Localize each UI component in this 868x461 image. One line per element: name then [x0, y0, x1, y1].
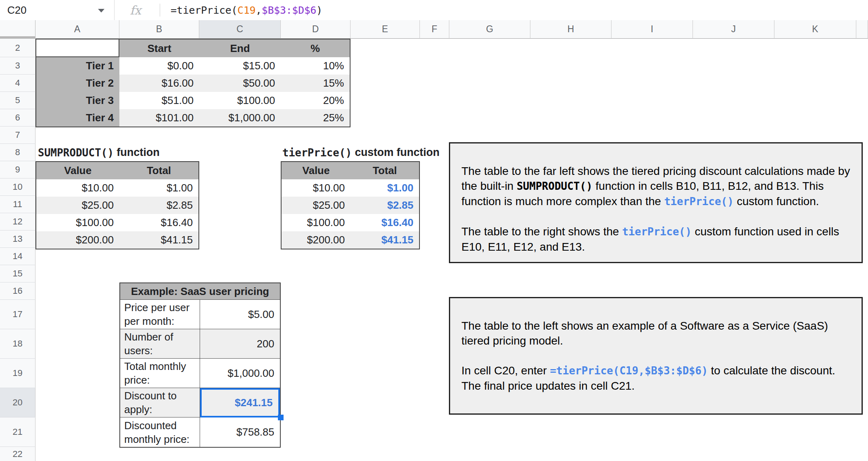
row-header-17[interactable]: 17 — [0, 300, 35, 329]
value-cell[interactable]: $200.00 — [36, 231, 119, 249]
tier-pct[interactable]: 20% — [281, 92, 350, 109]
tier-end[interactable]: $100.00 — [199, 92, 281, 109]
value-cell[interactable]: $25.00 — [282, 197, 351, 214]
row-header-16[interactable]: 16 — [0, 282, 35, 300]
row-header-14[interactable]: 14 — [0, 248, 35, 265]
row-header-20[interactable]: 20 — [0, 388, 35, 417]
column-header-partial[interactable] — [856, 20, 868, 39]
column-header-i[interactable]: I — [611, 20, 693, 39]
row-header-21[interactable]: 21 — [0, 417, 35, 447]
sumproduct-row: $100.00 $16.40 — [36, 214, 198, 231]
value-cell[interactable]: $10.00 — [282, 179, 351, 197]
cell-b2[interactable]: Start — [119, 39, 199, 57]
row-header-2[interactable]: 2 — [0, 39, 35, 57]
name-box[interactable]: C20 — [0, 0, 114, 20]
selected-cell-c20[interactable]: $241.15 — [200, 388, 280, 417]
row-header-6[interactable]: 6 — [0, 109, 35, 127]
cell-c2[interactable]: End — [199, 39, 281, 57]
select-all-corner[interactable] — [0, 20, 36, 36]
tier-end[interactable]: $15.00 — [199, 57, 281, 75]
saas-title[interactable]: Example: SaaS user pricing — [120, 283, 280, 300]
label-cell[interactable]: Price per user per month: — [120, 300, 200, 329]
row-header-18[interactable]: 18 — [0, 329, 35, 359]
tier-pct[interactable]: 10% — [281, 57, 350, 75]
total-cell[interactable]: $1.00 — [119, 179, 198, 197]
row-header-22[interactable]: 22 — [0, 447, 35, 461]
header-total[interactable]: Total — [119, 162, 198, 179]
total-cell[interactable]: $16.40 — [351, 214, 419, 231]
total-cell[interactable]: $41.15 — [351, 231, 419, 249]
tier-end[interactable]: $50.00 — [199, 75, 281, 92]
tier-label[interactable]: Tier 4 — [36, 109, 119, 127]
tierprice-header-row: Value Total — [282, 162, 419, 179]
tier-end[interactable]: $1,000.00 — [199, 109, 281, 127]
row-header-8[interactable]: 8 — [0, 144, 35, 161]
row-header-5[interactable]: 5 — [0, 92, 35, 109]
total-cell[interactable]: $2.85 — [119, 197, 198, 214]
label-cell[interactable]: Discounted monthly price: — [120, 417, 200, 447]
tier-start[interactable]: $51.00 — [119, 92, 199, 109]
total-cell[interactable]: $41.15 — [119, 231, 198, 249]
note-paragraph: The table to the far left shows the tier… — [461, 164, 850, 209]
row-header-11[interactable]: 11 — [0, 196, 35, 213]
total-cell[interactable]: $2.85 — [351, 197, 419, 214]
value-cell[interactable]: $100.00 — [36, 214, 119, 231]
column-header-b[interactable]: B — [119, 20, 199, 39]
column-header-g[interactable]: G — [449, 20, 530, 39]
value-cell[interactable]: $1,000.00 — [200, 359, 280, 388]
tier-start[interactable]: $0.00 — [119, 57, 199, 75]
row-header-4[interactable]: 4 — [0, 75, 35, 92]
row-header-3[interactable]: 3 — [0, 57, 35, 75]
note-paragraph: In cell C20, enter =tierPrice(C19,$B$3:$… — [461, 363, 850, 393]
tier-pct[interactable]: 15% — [281, 75, 350, 92]
value-cell[interactable]: $100.00 — [282, 214, 351, 231]
column-header-k[interactable]: K — [774, 20, 856, 39]
column-header-a[interactable]: A — [35, 20, 119, 39]
value-cell[interactable]: $758.85 — [200, 417, 280, 447]
tierprice-row: $200.00 $41.15 — [282, 231, 419, 249]
column-header-e[interactable]: E — [351, 20, 420, 39]
row-header-7[interactable]: 7 — [0, 127, 35, 144]
column-header-j[interactable]: J — [693, 20, 774, 39]
note-box-sumproduct[interactable]: The table to the far left shows the tier… — [449, 142, 863, 263]
note-box-saas[interactable]: The table to the left shows an example o… — [449, 297, 863, 415]
header-total[interactable]: Total — [351, 162, 419, 179]
header-value[interactable]: Value — [36, 162, 119, 179]
column-header-h[interactable]: H — [530, 20, 611, 39]
value-cell[interactable]: $10.00 — [36, 179, 119, 197]
tier-label[interactable]: Tier 3 — [36, 92, 119, 109]
header-value[interactable]: Value — [282, 162, 351, 179]
row-header-12[interactable]: 12 — [0, 213, 35, 230]
label-cell[interactable]: Number of users: — [120, 329, 200, 359]
spreadsheet-app: C20 fx =tierPrice(C19,$B$3:$D$6) A B C D… — [0, 0, 868, 461]
column-header-f[interactable]: F — [420, 20, 449, 39]
cell-a2[interactable] — [36, 39, 119, 57]
value-cell[interactable]: $25.00 — [36, 197, 119, 214]
chevron-down-icon[interactable] — [98, 9, 104, 12]
value-cell[interactable]: $200.00 — [282, 231, 351, 249]
fill-handle[interactable] — [278, 415, 284, 420]
tier-pct[interactable]: 25% — [281, 109, 350, 127]
tier-label[interactable]: Tier 2 — [36, 75, 119, 92]
row-header-19[interactable]: 19 — [0, 359, 35, 388]
cell-d2[interactable]: % — [281, 39, 350, 57]
row-header-9[interactable]: 9 — [0, 161, 35, 179]
saas-table: Example: SaaS user pricing Price per use… — [119, 282, 281, 448]
total-cell[interactable]: $16.40 — [119, 214, 198, 231]
column-header-d[interactable]: D — [281, 20, 351, 39]
value-cell[interactable]: 200 — [200, 329, 280, 359]
label-cell[interactable]: Discount to apply: — [120, 388, 200, 417]
label-cell[interactable]: Total monthly price: — [120, 359, 200, 388]
tier-row-1: Tier 1 $0.00 $15.00 10% — [36, 57, 350, 75]
value-cell[interactable]: $5.00 — [200, 300, 280, 329]
formula-input[interactable]: =tierPrice(C19,$B$3:$D$6) — [171, 4, 322, 16]
tier-label[interactable]: Tier 1 — [36, 57, 119, 75]
tier-start[interactable]: $101.00 — [119, 109, 199, 127]
column-header-c[interactable]: C — [199, 20, 281, 39]
total-cell[interactable]: $1.00 — [351, 179, 419, 197]
row-header-13[interactable]: 13 — [0, 230, 35, 248]
row-header-10[interactable]: 10 — [0, 179, 35, 196]
row-header-15[interactable]: 15 — [0, 265, 35, 282]
tier-start[interactable]: $16.00 — [119, 75, 199, 92]
tierprice-title-rest: custom function — [352, 146, 440, 159]
